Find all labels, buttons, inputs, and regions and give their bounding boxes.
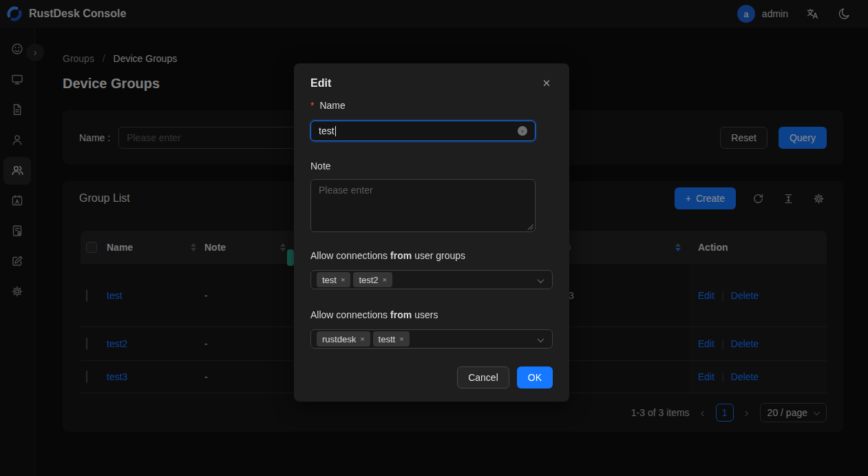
text-caret [335,126,337,136]
tag-close-icon[interactable]: × [341,276,345,284]
users-field-label: Allow connections from users [310,309,438,320]
tag-item: test × [317,272,350,287]
tag-item: test2 × [353,272,392,287]
tag-item: rustdesk × [317,331,370,346]
label-from: from [390,309,412,320]
edit-dialog: Edit ✕ * Name test × Note Allow connecti… [294,63,569,402]
label-from: from [390,250,412,261]
tag-close-icon[interactable]: × [383,276,387,284]
tag-label: test [322,275,337,285]
user-groups-field-label: Allow connections from user groups [310,250,465,261]
note-textarea[interactable] [310,179,536,232]
label-pre: Allow connections [310,309,388,320]
tag-close-icon[interactable]: × [399,335,403,343]
group-name-input[interactable]: test × [310,121,536,141]
label-post: user groups [414,250,465,261]
note-field-label: Note [310,161,331,172]
clear-input-icon[interactable]: × [518,126,527,136]
label-pre: Allow connections [310,250,388,261]
close-icon[interactable]: ✕ [539,76,554,91]
user-groups-select[interactable]: test × test2 × [310,270,553,289]
tag-label: test2 [359,275,378,285]
note-label-text: Note [310,161,331,172]
resize-handle-icon[interactable] [527,224,533,230]
chevron-down-icon [538,276,544,283]
ok-button[interactable]: OK [517,366,553,389]
tag-label: testt [379,334,396,344]
tag-item: testt × [373,331,410,346]
tag-label: rustdesk [322,334,356,344]
dialog-title: Edit [310,77,553,90]
name-label-text: Name [319,100,345,111]
label-post: users [414,309,438,320]
users-select[interactable]: rustdesk × testt × [310,329,553,349]
tag-close-icon[interactable]: × [360,335,364,343]
name-input-value: test [319,125,335,136]
required-asterisk: * [310,100,314,111]
cancel-button[interactable]: Cancel [457,366,509,389]
name-field-label: * Name [310,100,346,111]
chevron-down-icon [538,335,544,342]
